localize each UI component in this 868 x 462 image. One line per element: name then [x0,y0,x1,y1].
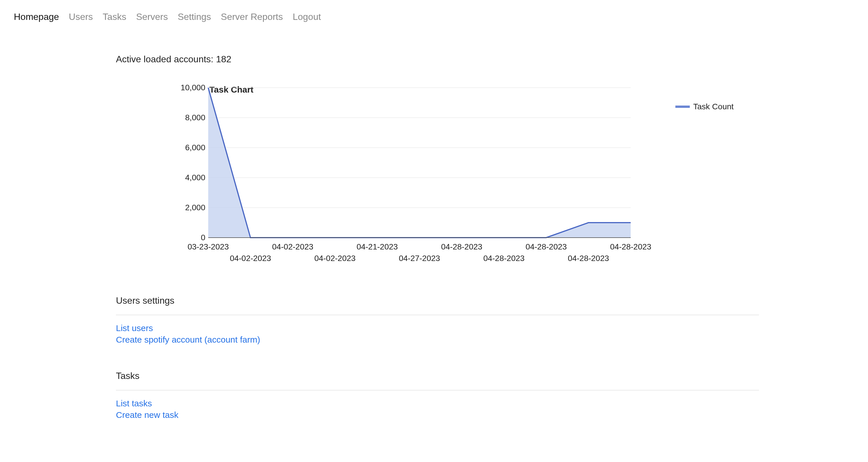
x-tick-label: 04-28-2023 [483,254,525,263]
x-tick-label: 04-28-2023 [441,242,482,251]
link-create-new-task[interactable]: Create new task [116,410,759,420]
x-tick-label: 04-28-2023 [525,242,567,251]
link-list-users[interactable]: List users [116,323,759,333]
active-accounts-label: Active loaded accounts: [116,54,216,64]
x-tick-label: 04-27-2023 [399,254,440,263]
x-tick-label: 04-02-2023 [230,254,271,263]
y-tick-label: 6,000 [185,143,205,152]
section-tasks: TasksList tasksCreate new task [116,371,759,420]
nav-item-server-reports[interactable]: Server Reports [221,11,283,22]
nav-item-servers[interactable]: Servers [136,11,168,22]
section-users-settings: Users settingsList usersCreate spotify a… [116,295,759,345]
x-tick-label: 03-23-2023 [187,242,229,251]
active-accounts-stat: Active loaded accounts: 182 [116,54,759,65]
nav-item-settings[interactable]: Settings [178,11,211,22]
top-nav: HomepageUsersTasksServersSettingsServer … [0,0,868,22]
x-tick-label: 04-21-2023 [356,242,398,251]
chart-legend: Task Count [675,102,734,111]
y-tick-label: 8,000 [185,113,205,122]
divider [116,315,759,315]
divider [116,390,759,391]
section-title: Users settings [116,295,759,306]
y-tick-label: 0 [201,233,205,242]
link-list-tasks[interactable]: List tasks [116,399,759,408]
x-tick-label: 04-02-2023 [314,254,355,263]
y-tick-label: 4,000 [185,173,205,182]
nav-item-logout[interactable]: Logout [293,11,321,22]
nav-item-homepage[interactable]: Homepage [14,11,59,22]
nav-item-users[interactable]: Users [69,11,93,22]
task-chart: Task Chart 02,0004,0006,0008,00010,00003… [116,85,759,269]
x-tick-label: 04-28-2023 [568,254,609,263]
y-tick-label: 10,000 [181,83,205,92]
nav-item-tasks[interactable]: Tasks [103,11,126,22]
section-title: Tasks [116,371,759,381]
x-tick-label: 04-28-2023 [610,242,651,251]
chart-plot-area: 02,0004,0006,0008,00010,00003-23-202304-… [116,85,635,269]
legend-swatch-icon [675,105,690,108]
y-tick-label: 2,000 [185,203,205,212]
active-accounts-value: 182 [216,54,231,64]
x-tick-label: 04-02-2023 [272,242,313,251]
legend-label: Task Count [693,102,734,111]
link-create-spotify-account-account-farm[interactable]: Create spotify account (account farm) [116,335,759,345]
